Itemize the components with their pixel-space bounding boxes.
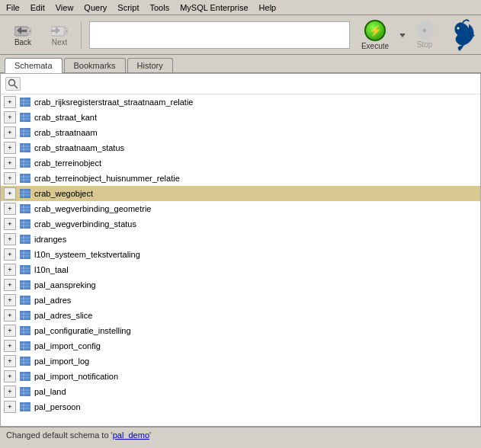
table-icon xyxy=(19,371,31,382)
menu-tools[interactable]: Tools xyxy=(146,3,172,12)
tab-bookmarks[interactable]: Bookmarks xyxy=(64,58,126,72)
tree-item[interactable]: + crab_wegverbinding_status xyxy=(1,216,480,232)
svg-rect-80 xyxy=(20,357,30,366)
svg-rect-52 xyxy=(20,250,30,259)
svg-rect-68 xyxy=(20,311,30,320)
expand-button[interactable]: + xyxy=(4,386,16,398)
stop-button[interactable]: Stop xyxy=(409,18,440,52)
tree-item[interactable]: + l10n_taal xyxy=(1,262,480,277)
tree-item-label: pal_import_notification xyxy=(34,372,118,381)
tree-item-label: l10n_taal xyxy=(34,265,69,274)
status-suffix: ' xyxy=(149,430,151,440)
menubar: File Edit View Query Script Tools MySQL … xyxy=(0,0,481,15)
expand-button[interactable]: + xyxy=(4,309,16,322)
tree-item[interactable]: + pal_land xyxy=(1,384,480,399)
tree-item[interactable]: + crab_straatnaam_status xyxy=(1,140,480,155)
table-icon xyxy=(19,402,31,412)
back-label: Back xyxy=(14,38,31,46)
expand-button[interactable]: + xyxy=(4,325,16,337)
tree-item[interactable]: + crab_wegverbinding_geometrie xyxy=(1,201,480,216)
execute-button[interactable]: Execute xyxy=(354,18,396,52)
expand-button[interactable]: + xyxy=(4,96,16,108)
tab-history[interactable]: History xyxy=(127,58,173,72)
expand-button[interactable]: + xyxy=(4,355,16,367)
tree-item[interactable]: + crab_terreinobject_huisnummer_relatie xyxy=(1,171,480,186)
menu-file[interactable]: File xyxy=(3,3,23,12)
expand-button[interactable]: + xyxy=(4,340,16,352)
tree-item[interactable]: + crab_rijksregisterstraat_straatnaam_re… xyxy=(1,94,480,110)
expand-button[interactable]: + xyxy=(4,111,16,123)
tree-item[interactable]: + pal_adres xyxy=(1,293,480,308)
tree-item-label: crab_terreinobject xyxy=(34,158,101,168)
table-icon xyxy=(19,234,31,245)
tree-item[interactable]: + idranges xyxy=(1,232,480,247)
menu-view[interactable]: View xyxy=(53,3,77,12)
expand-button[interactable]: + xyxy=(4,126,16,139)
table-icon xyxy=(19,325,31,336)
menu-script[interactable]: Script xyxy=(114,3,142,12)
tree-item[interactable]: + pal_persoon xyxy=(1,399,480,414)
tree-item-label: pal_adres_slice xyxy=(34,311,92,320)
expand-button[interactable]: + xyxy=(4,157,16,169)
tree-item-label: pal_adres xyxy=(34,296,71,305)
tree-item[interactable]: + pal_import_log xyxy=(1,354,480,369)
expand-button[interactable]: + xyxy=(4,248,16,261)
expand-button[interactable]: + xyxy=(4,203,16,215)
query-input-area[interactable] xyxy=(89,21,350,49)
expand-button[interactable]: + xyxy=(4,370,16,382)
svg-rect-72 xyxy=(20,326,30,335)
execute-label: Execute xyxy=(361,42,389,50)
statusbar: Changed default schema to 'pal_demo' xyxy=(0,427,481,442)
next-button[interactable]: Next xyxy=(41,18,78,52)
menu-help[interactable]: Help xyxy=(256,3,280,12)
back-button[interactable]: Back xyxy=(5,18,41,52)
expand-button[interactable]: + xyxy=(4,233,16,245)
svg-rect-20 xyxy=(20,128,30,137)
next-label: Next xyxy=(52,38,68,46)
tree-item[interactable]: + pal_import_config xyxy=(1,338,480,354)
tree-item-label: crab_straat_kant xyxy=(34,113,97,122)
tree-item-label: crab_straatnaam_status xyxy=(34,143,124,152)
svg-rect-44 xyxy=(20,219,30,229)
mysql-logo xyxy=(446,18,476,52)
svg-rect-36 xyxy=(20,189,30,198)
svg-rect-56 xyxy=(20,265,30,274)
svg-rect-48 xyxy=(20,235,30,244)
expand-button[interactable]: + xyxy=(4,172,16,184)
table-icon xyxy=(19,341,31,351)
status-schema-link[interactable]: pal_demo xyxy=(113,430,149,440)
tree-item[interactable]: + pal_adres_slice xyxy=(1,308,480,323)
expand-button[interactable]: + xyxy=(4,264,16,276)
table-icon xyxy=(19,188,31,199)
menu-mysql-enterprise[interactable]: MySQL Enterprise xyxy=(177,3,251,12)
schema-panel: + crab_rijksregisterstraat_straatnaam_re… xyxy=(0,73,481,427)
expand-button[interactable]: + xyxy=(4,294,16,306)
execute-dropdown-button[interactable] xyxy=(397,18,408,52)
tree-item-label: pal_configuratie_instelling xyxy=(34,326,131,335)
tree-item[interactable]: + crab_wegobject xyxy=(1,186,480,201)
expand-button[interactable]: + xyxy=(4,218,16,230)
table-icon xyxy=(19,264,31,275)
tree-item[interactable]: + pal_import_notification xyxy=(1,369,480,384)
menu-query[interactable]: Query xyxy=(81,3,110,12)
tree-item[interactable]: + crab_straatnaam xyxy=(1,125,480,140)
expand-button[interactable]: + xyxy=(4,187,16,200)
svg-rect-16 xyxy=(20,113,30,122)
tree-item[interactable]: + crab_terreinobject xyxy=(1,155,480,171)
tree-item[interactable]: + l10n_systeem_tekstvertaling xyxy=(1,247,480,262)
table-icon xyxy=(19,249,31,260)
tree-item[interactable]: + crab_straat_kant xyxy=(1,110,480,125)
expand-button[interactable]: + xyxy=(4,401,16,413)
table-icon xyxy=(19,310,31,321)
tree-item[interactable]: + pal_configuratie_instelling xyxy=(1,323,480,338)
search-button[interactable] xyxy=(5,77,21,91)
tab-schemata[interactable]: Schemata xyxy=(5,58,63,73)
schema-tree-list[interactable]: + crab_rijksregisterstraat_straatnaam_re… xyxy=(1,94,480,426)
menu-edit[interactable]: Edit xyxy=(27,3,48,12)
expand-button[interactable]: + xyxy=(4,279,16,291)
toolbar: Back Next Execute Sto xyxy=(0,15,481,55)
svg-point-9 xyxy=(457,27,460,29)
expand-button[interactable]: + xyxy=(4,142,16,154)
tree-item[interactable]: + pal_aanspreking xyxy=(1,277,480,293)
svg-rect-88 xyxy=(20,387,30,396)
